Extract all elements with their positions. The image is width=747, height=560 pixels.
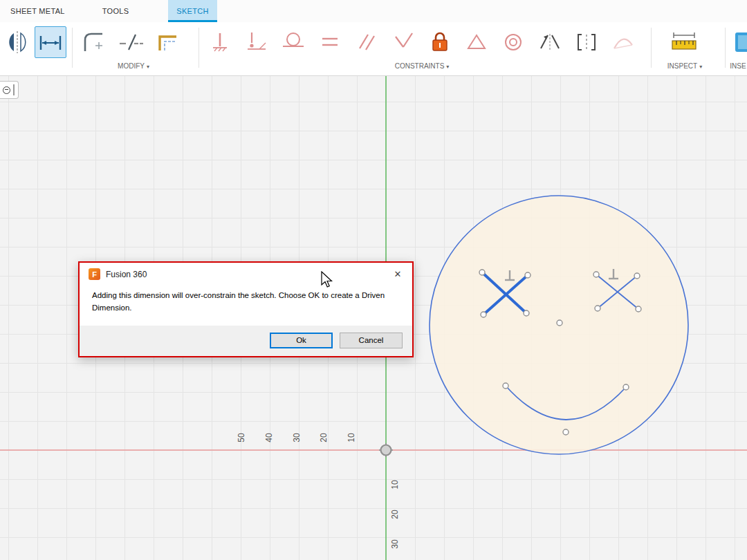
chevron-down-icon: ▾	[147, 64, 149, 70]
chevron-down-icon: ▾	[699, 64, 702, 70]
dialog-title: Fusion 360	[106, 270, 147, 279]
symmetry-constraint-icon[interactable]	[534, 26, 566, 58]
insert-dropdown[interactable]: INSE	[729, 62, 747, 70]
modify-dropdown[interactable]: MODIFY▾	[75, 62, 192, 70]
collinear-constraint-icon[interactable]	[571, 26, 602, 58]
constraints-dropdown[interactable]: CONSTRAINTS▾	[204, 62, 640, 70]
sketch-dimension-tool-icon[interactable]	[35, 26, 66, 58]
tangent-constraint-icon[interactable]	[277, 26, 309, 58]
ok-button[interactable]: Ok	[270, 333, 333, 348]
fix-lock-constraint-icon[interactable]	[424, 26, 456, 58]
inspect-dropdown[interactable]: INSPECT▾	[650, 62, 719, 70]
midpoint-constraint-icon[interactable]	[461, 26, 492, 58]
curvature-constraint-icon[interactable]	[607, 26, 639, 58]
concentric-constraint-icon[interactable]	[497, 26, 529, 58]
perpendicular-constraint-icon[interactable]	[387, 26, 419, 58]
fusion-360-window: SHEET METAL TOOLS SKETCH	[0, 0, 747, 560]
measure-tool-icon[interactable]	[668, 26, 700, 58]
coincident-constraint-icon[interactable]	[241, 26, 273, 58]
toolbar-separator	[72, 28, 73, 68]
close-icon[interactable]: ✕	[390, 269, 405, 279]
parallel-constraint-icon[interactable]	[351, 26, 382, 58]
modify-label: MODIFY	[118, 62, 145, 70]
inspect-label: INSPECT	[667, 62, 697, 70]
mouse-cursor	[321, 271, 333, 288]
ruler-y-10: 10	[390, 477, 400, 492]
ruler-x-30: 30	[292, 430, 302, 445]
collapse-minus-icon[interactable]	[3, 86, 10, 94]
fillet-tool-icon[interactable]	[77, 26, 109, 58]
offset-tool-icon[interactable]	[152, 26, 184, 58]
ruler-x-10: 10	[347, 430, 356, 445]
ruler-x-50: 50	[237, 430, 246, 445]
dialog-titlebar[interactable]: F Fusion 360 ✕	[80, 263, 412, 286]
insert-tool-icon[interactable]	[732, 26, 747, 58]
dialog-message: Adding this dimension will over-constrai…	[92, 290, 389, 315]
chevron-down-icon: ▾	[446, 64, 449, 70]
dialog-footer: Ok Cancel	[80, 326, 412, 356]
tab-tools[interactable]: TOOLS	[102, 0, 129, 22]
insert-label: INSE	[730, 62, 746, 70]
sketch-canvas[interactable]: 50 40 30 20 10 10 20 30 F Fusion 360 ✕ A…	[0, 76, 747, 560]
toolbar-tab-bar: SHEET METAL TOOLS SKETCH	[0, 0, 747, 22]
toolbar-separator	[199, 28, 199, 68]
cancel-button[interactable]: Cancel	[340, 333, 403, 348]
tab-sketch[interactable]: SKETCH	[168, 0, 216, 22]
ruler-x-40: 40	[264, 430, 274, 445]
origin-marker[interactable]	[379, 443, 393, 457]
ruler-x-20: 20	[319, 430, 329, 445]
over-constrain-dialog: F Fusion 360 ✕ Adding this dimension wil…	[78, 261, 414, 357]
horizontal-vertical-constraint-icon[interactable]	[204, 26, 236, 58]
equal-constraint-icon[interactable]	[314, 26, 346, 58]
panel-grip-icon[interactable]	[13, 84, 15, 95]
fusion-logo-icon: F	[89, 268, 100, 280]
ruler-y-20: 20	[390, 507, 400, 522]
tab-sheet-metal[interactable]: SHEET METAL	[10, 0, 65, 22]
ruler-y-30: 30	[390, 536, 400, 552]
toolbar-separator	[725, 28, 726, 68]
constraints-label: CONSTRAINTS	[395, 62, 445, 70]
trim-tool-icon[interactable]	[115, 26, 147, 58]
nose-point	[557, 320, 562, 326]
chin-point	[563, 429, 569, 435]
browser-collapse-widget[interactable]	[0, 81, 19, 99]
dialog-body: Adding this dimension will over-constrai…	[80, 286, 412, 326]
mirror-tool-icon[interactable]	[1, 26, 33, 58]
sketch-toolbar: MODIFY▾	[0, 22, 747, 76]
